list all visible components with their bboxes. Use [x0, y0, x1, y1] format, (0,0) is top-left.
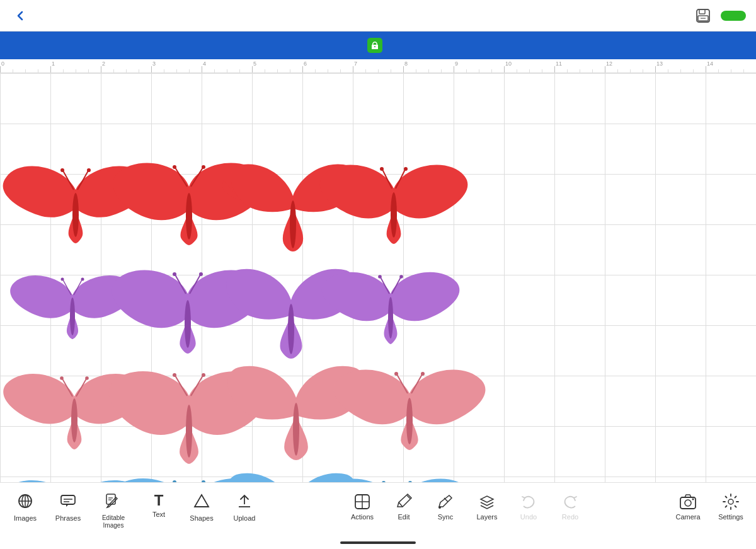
upload-label: Upload	[234, 514, 256, 523]
svg-point-17	[380, 167, 384, 171]
text-label: Text	[152, 511, 165, 519]
ruler: const rulerEl = document.querySelector('…	[0, 59, 756, 73]
butterfly-pk4	[334, 370, 486, 450]
toolbar-left-group: Images Phrases E	[0, 489, 270, 533]
svg-rect-1	[699, 9, 705, 14]
butterflies-canvas	[0, 73, 756, 482]
undo-icon	[520, 493, 537, 511]
settings-tool[interactable]: Settings	[711, 489, 751, 525]
svg-point-35	[399, 275, 403, 279]
edit-icon	[395, 493, 413, 511]
home-indicator	[340, 541, 416, 544]
svg-point-47	[406, 398, 413, 444]
cricut-access-banner	[0, 32, 756, 59]
edit-tool[interactable]: Edit	[386, 489, 422, 525]
shapes-tool[interactable]: Shapes	[181, 489, 222, 526]
editable-images-label: Editable Images	[93, 514, 134, 529]
images-icon	[17, 493, 33, 512]
upload-tool[interactable]: Upload	[224, 489, 265, 526]
svg-point-38	[60, 376, 64, 380]
actions-tool[interactable]: Actions	[344, 489, 381, 525]
sync-tool[interactable]: Sync	[427, 489, 464, 525]
phrases-icon	[60, 493, 76, 512]
butterfly-p4	[322, 272, 460, 344]
header-actions	[693, 6, 746, 26]
svg-point-88	[728, 499, 733, 504]
actions-label: Actions	[351, 513, 374, 521]
editable-images-tool[interactable]: Editable Images	[91, 489, 136, 533]
svg-point-30	[288, 304, 294, 354]
camera-label: Camera	[675, 513, 700, 521]
butterfly-b3	[227, 473, 357, 482]
images-label: Images	[14, 514, 37, 523]
svg-point-15	[391, 192, 397, 238]
svg-point-51	[421, 372, 425, 376]
undo-tool[interactable]: Undo	[510, 489, 547, 525]
svg-point-27	[173, 272, 176, 276]
svg-point-36	[71, 398, 77, 442]
svg-point-41	[186, 405, 192, 458]
layers-label: Layers	[476, 513, 497, 521]
canvas-area[interactable]	[0, 73, 756, 482]
upload-icon	[236, 493, 253, 512]
redo-icon	[561, 493, 579, 511]
svg-point-43	[173, 373, 176, 377]
svg-point-46	[293, 403, 299, 456]
svg-point-24	[81, 278, 84, 281]
edit-label: Edit	[398, 513, 410, 521]
svg-point-31	[388, 297, 393, 338]
header	[0, 0, 756, 32]
svg-point-13	[202, 165, 205, 169]
text-tool[interactable]: T Text	[139, 489, 179, 523]
svg-point-45	[202, 373, 205, 377]
editable-images-icon	[105, 493, 122, 512]
undo-label: Undo	[520, 513, 537, 521]
svg-point-33	[378, 275, 382, 279]
svg-point-9	[186, 193, 192, 240]
svg-point-11	[173, 165, 176, 169]
svg-rect-72	[61, 495, 75, 504]
layers-tool[interactable]: Layers	[469, 489, 505, 525]
settings-label: Settings	[718, 513, 743, 521]
shapes-label: Shapes	[190, 514, 213, 523]
phrases-tool[interactable]: Phrases	[48, 489, 88, 526]
svg-point-6	[60, 168, 64, 172]
toolbar-center-group: Actions Edit Sync Layers	[270, 489, 663, 525]
sync-icon	[437, 493, 454, 511]
text-icon: T	[154, 493, 164, 508]
layers-icon	[478, 493, 496, 511]
settings-icon	[722, 493, 740, 511]
svg-point-29	[199, 272, 203, 276]
make-it-button[interactable]	[721, 11, 746, 21]
svg-point-86	[685, 500, 691, 506]
svg-point-49	[394, 372, 398, 376]
banner-icon	[367, 38, 382, 53]
shapes-icon	[193, 493, 210, 512]
back-button[interactable]	[10, 6, 30, 26]
svg-point-40	[85, 376, 89, 380]
svg-point-4	[72, 193, 79, 237]
images-tool[interactable]: Images	[5, 489, 45, 526]
svg-point-14	[290, 200, 296, 248]
sync-label: Sync	[438, 513, 453, 521]
svg-point-8	[87, 168, 91, 172]
redo-tool[interactable]: Redo	[552, 489, 588, 525]
svg-point-19	[404, 167, 408, 171]
svg-point-22	[61, 278, 64, 281]
svg-line-84	[444, 498, 448, 502]
phrases-label: Phrases	[55, 514, 81, 523]
butterfly-r4	[320, 165, 468, 244]
camera-tool[interactable]: Camera	[668, 489, 708, 525]
svg-point-25	[185, 300, 191, 348]
toolbar-right-group: Camera Settings	[663, 489, 756, 525]
svg-point-20	[70, 298, 75, 335]
svg-point-87	[692, 499, 694, 500]
redo-label: Redo	[562, 513, 578, 521]
camera-icon	[679, 493, 697, 511]
bottom-toolbar: Images Phrases E	[0, 482, 756, 549]
svg-point-83	[438, 506, 441, 509]
save-button[interactable]	[693, 6, 713, 26]
actions-icon	[353, 493, 371, 511]
